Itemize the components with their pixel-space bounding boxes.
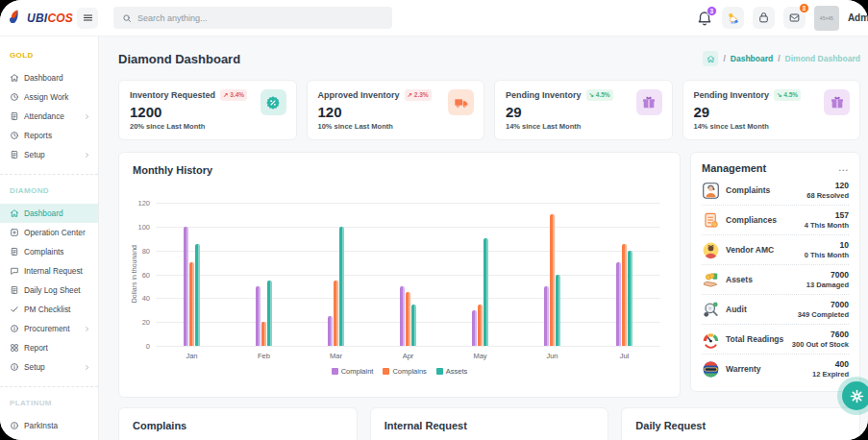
menu-toggle-button[interactable] [77,8,98,29]
topbar-actions: 3 3 45×45 Admin [696,6,868,31]
stat-sub: 10% since Last Month [318,122,474,131]
y-tick-label: 40 [131,294,150,303]
trend-badge: ↘ 4.5% [774,89,801,101]
bar-complaint-jul [616,262,621,346]
management-sub: 12 Expired [812,370,849,379]
sidebar-item-diamond-setup[interactable]: Setup [0,357,98,377]
y-tick-label: 120 [131,199,150,208]
gear-icon [850,389,864,403]
bar-group [516,203,588,346]
breadcrumb: / Dashboard / Dimond Dashboard [703,51,860,66]
warranty-badge-icon [702,360,720,379]
bar-assets-jan [195,244,200,346]
sidebar-item-assign-work[interactable]: Assign Work [0,87,98,107]
management-sub: 349 Completed [798,310,849,319]
management-sub: 4 This Month [805,221,849,230]
bar-complains-may [478,305,483,346]
sidebar-item-procurement[interactable]: Procurement [0,319,98,338]
bar-assets-apr [411,305,416,346]
user-name[interactable]: Admin [848,12,868,23]
logo-icon [9,8,24,28]
bar-complaint-mar [328,316,333,346]
x-tick-label: Jun [516,352,588,360]
sidebar-item-reports[interactable]: Reports [0,126,98,145]
vendor-avatar-icon [702,241,720,259]
management-row-compliances[interactable]: Compliances 1574 This Month [702,206,849,235]
sidebar-item-gold-dashboard[interactable]: Dashboard [0,68,98,87]
messages-badge: 3 [799,3,809,13]
settings-gear-button[interactable] [842,381,868,410]
y-tick-label: 100 [131,223,150,232]
sidebar-item-complaints[interactable]: Complaints [0,242,98,261]
legend-swatch [436,368,443,375]
management-sub: 68 Resolved [806,191,849,200]
document-icon [10,150,19,159]
percent-badge-icon [260,89,286,115]
bar-complains-apr [406,292,410,346]
x-tick-label: Jul [588,352,660,360]
bar-complains-jan [189,262,194,346]
audit-magnifier-icon [702,301,720,319]
management-value: 157 [805,210,849,220]
internal-request-card: Internal Request [370,407,609,440]
management-value: 7000 [798,300,849,309]
management-value: 7000 [806,270,849,280]
info-circle-icon [10,421,19,430]
check-icon [10,305,19,314]
logo[interactable]: UBICOS [0,8,73,28]
y-tick-label: 80 [131,247,150,256]
bar-group [588,203,660,346]
sidebar: GOLD Dashboard Assign Work Attendance Re… [0,37,99,440]
sidebar-item-parkinsta[interactable]: ParkInsta [0,416,98,435]
stat-cards: Inventory Requested↗ 3.4% 1200 20% since… [118,80,860,136]
more-options-icon[interactable]: ... [838,163,849,173]
clock-icon [10,131,19,140]
bar-assets-mar [339,227,344,346]
sidebar-item-diamond-dashboard[interactable]: Dashboard [0,204,98,223]
bar-group [300,203,372,346]
search-input[interactable]: Search anything... [113,7,392,29]
management-title: Management [702,162,766,174]
stat-card-pending-inventory-2: Pending Inventory↘ 4.5% 29 14% since Las… [682,80,861,140]
management-row-vendor-amc[interactable]: Vendor AMC 100 This Month [702,235,849,265]
internal-request-title: Internal Request [384,420,595,431]
cart-bag-icon[interactable] [753,7,775,29]
page-title: Diamond Dashboard [118,52,240,66]
messages-icon[interactable]: 3 [783,7,806,29]
bar-complaint-jun [544,286,549,346]
breadcrumb-home-icon[interactable] [703,51,718,66]
sidebar-item-internal-request[interactable]: Internal Request [0,261,98,281]
management-row-total-readings[interactable]: Total Readings 7600300 Out of Stock [702,325,849,354]
home-icon [10,73,19,83]
management-sub: 0 This Month [805,251,849,259]
management-value: 10 [805,240,849,250]
bar-complains-mar [334,281,338,346]
weather-icon[interactable] [722,7,744,29]
management-row-warrenty[interactable]: Warrenty 40012 Expired [702,354,849,383]
bar-assets-jul [628,251,632,346]
gauge-icon [702,330,720,349]
search-icon [122,13,132,23]
sidebar-item-operation-center[interactable]: Operation Center [0,223,98,242]
bar-group [156,203,228,346]
management-row-complaints[interactable]: Complaints 12068 Resolved [702,176,849,206]
sidebar-section-gold: GOLD [0,51,98,60]
sidebar-item-pm-checklist[interactable]: PM Checklist [0,300,98,319]
plus-square-icon [10,228,19,237]
trend-badge: ↘ 4.5% [586,89,613,101]
management-row-assets[interactable]: Assets 700013 Damaged [702,265,849,295]
sidebar-item-daily-log-sheet[interactable]: Daily Log Sheet [0,281,98,300]
bar-assets-jun [556,275,560,347]
bar-assets-may [484,238,488,346]
sidebar-item-report[interactable]: Report [0,338,98,357]
sidebar-item-attendance[interactable]: Attendance [0,107,98,126]
sidebar-item-gold-setup[interactable]: Setup [0,145,98,164]
notifications-bell-icon[interactable]: 3 [696,10,713,27]
user-avatar[interactable]: 45×45 [814,6,839,31]
topbar: UBICOS Search anything... 3 [0,0,868,37]
document-icon [10,285,19,295]
management-row-audit[interactable]: Audit 7000349 Completed [702,295,849,325]
legend-swatch [383,368,389,375]
truck-icon [448,89,474,115]
breadcrumb-dashboard[interactable]: Dashboard [731,54,773,63]
